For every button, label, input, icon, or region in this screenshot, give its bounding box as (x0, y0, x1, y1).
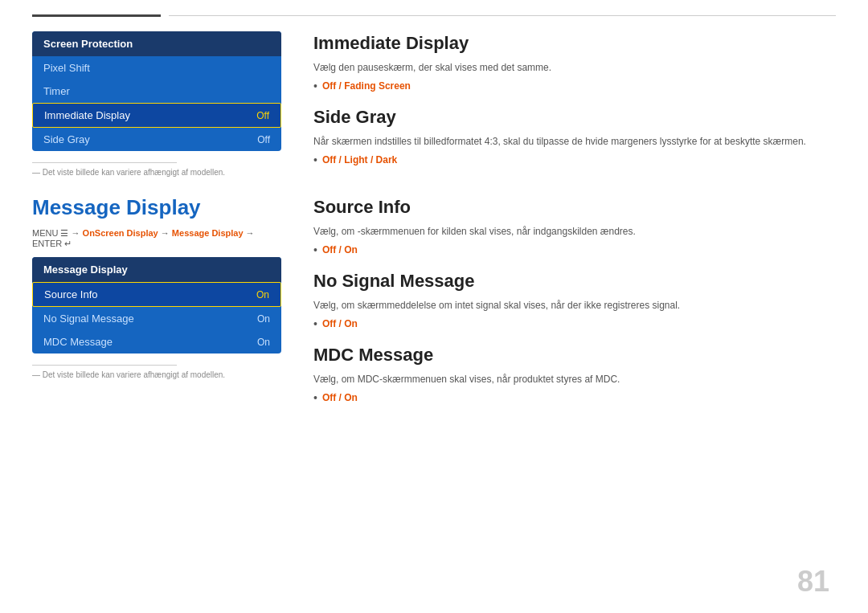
note-divider-2 (32, 365, 177, 366)
no-signal-option-text: Off / On (322, 318, 358, 329)
right-column: Immediate Display Vælg den pauseskærm, d… (313, 31, 836, 181)
bottom-section: Message Display MENU ☰ → OnScreen Displa… (0, 195, 868, 419)
side-gray-label: Side Gray (43, 133, 90, 145)
main-content: Screen Protection Pixel Shift Timer Imme… (0, 31, 868, 181)
immediate-display-option-text: Off / Fading Screen (322, 80, 411, 92)
mdc-message-section: MDC Message Vælg, om MDC-skærmmenuen ska… (313, 345, 836, 404)
note-divider (32, 162, 177, 163)
immediate-display-options: • Off / Fading Screen (313, 80, 836, 92)
mdc-message-title: MDC Message (313, 345, 836, 366)
menu-item-mdc-message[interactable]: MDC Message On (32, 330, 281, 353)
message-display-link[interactable]: Message Display (172, 228, 244, 238)
menu-path: MENU ☰ → OnScreen Display → Message Disp… (32, 228, 281, 249)
mdc-message-value: On (257, 337, 270, 348)
mdc-message-label: MDC Message (43, 336, 113, 348)
mdc-message-options: • Off / On (313, 391, 836, 404)
source-info-option-text: Off / On (322, 244, 358, 255)
left-column: Screen Protection Pixel Shift Timer Imme… (32, 31, 281, 181)
menu-item-source-info[interactable]: Source Info On (32, 282, 281, 307)
bottom-right-column: Source Info Vælg, om -skærmmenuen for ki… (313, 195, 836, 419)
source-info-options: • Off / On (313, 243, 836, 256)
menu-arrow1: → (72, 228, 83, 238)
message-display-title: Message Display (32, 195, 281, 220)
side-gray-title: Side Gray (313, 107, 836, 128)
no-signal-section: No Signal Message Vælg, om skærmmeddelel… (313, 271, 836, 330)
divider-light (169, 15, 836, 16)
pixel-shift-label: Pixel Shift (43, 62, 90, 74)
top-dividers (0, 0, 868, 17)
source-info-desc: Vælg, om -skærmmenuen for kilden skal vi… (313, 224, 836, 239)
divider-dark (32, 14, 161, 17)
message-display-menu: Message Display Source Info On No Signal… (32, 257, 281, 353)
menu-item-no-signal[interactable]: No Signal Message On (32, 307, 281, 330)
immediate-display-section: Immediate Display Vælg den pauseskærm, d… (313, 33, 836, 92)
side-gray-section: Side Gray Når skærmen indstilles til bil… (313, 107, 836, 166)
bullet-dot-3: • (313, 317, 317, 330)
screen-protection-header: Screen Protection (32, 31, 281, 56)
note-text: — Det viste billede kan variere afhængig… (32, 168, 281, 177)
bullet-dot-1: • (313, 153, 317, 166)
mdc-message-desc: Vælg, om MDC-skærmmenuen skal vises, når… (313, 372, 836, 386)
side-gray-desc: Når skærmen indstilles til billedformate… (313, 134, 836, 149)
timer-label: Timer (43, 85, 70, 97)
message-display-header: Message Display (32, 257, 281, 282)
source-info-value: On (256, 289, 269, 300)
no-signal-desc: Vælg, om skærmmeddelelse om intet signal… (313, 298, 836, 313)
menu-item-side-gray[interactable]: Side Gray Off (32, 128, 281, 151)
bullet-dot-2: • (313, 243, 317, 256)
no-signal-options: • Off / On (313, 317, 836, 330)
side-gray-option-text: Off / Light / Dark (322, 154, 397, 166)
immediate-display-label: Immediate Display (44, 109, 130, 121)
no-signal-label: No Signal Message (43, 313, 134, 325)
enter-icon: ↵ (64, 239, 72, 248)
immediate-display-value: Off (256, 110, 269, 121)
no-signal-value: On (257, 313, 270, 325)
screen-protection-menu: Screen Protection Pixel Shift Timer Imme… (32, 31, 281, 151)
immediate-display-desc: Vælg den pauseskærm, der skal vises med … (313, 60, 836, 75)
bottom-left-column: Message Display MENU ☰ → OnScreen Displa… (32, 195, 281, 419)
menu-item-pixel-shift[interactable]: Pixel Shift (32, 56, 281, 80)
source-info-section: Source Info Vælg, om -skærmmenuen for ki… (313, 197, 836, 256)
source-info-label: Source Info (44, 288, 98, 300)
menu-arrow2: → (161, 228, 172, 238)
page-container: Screen Protection Pixel Shift Timer Imme… (0, 0, 868, 613)
bullet-dot-0: • (313, 80, 317, 92)
menu-prefix: MENU (32, 228, 60, 238)
mdc-message-option-text: Off / On (322, 392, 358, 403)
menu-icon: ☰ (60, 228, 68, 238)
side-gray-options: • Off / Light / Dark (313, 153, 836, 166)
note-text-2: — Det viste billede kan variere afhængig… (32, 370, 281, 379)
bullet-dot-4: • (313, 391, 317, 404)
no-signal-title: No Signal Message (313, 271, 836, 292)
onscreen-display-link[interactable]: OnScreen Display (83, 228, 158, 238)
page-number: 81 (797, 565, 829, 599)
immediate-display-title: Immediate Display (313, 33, 836, 54)
menu-item-immediate-display[interactable]: Immediate Display Off (32, 103, 281, 128)
menu-item-timer[interactable]: Timer (32, 80, 281, 103)
source-info-title: Source Info (313, 197, 836, 218)
side-gray-value: Off (257, 134, 270, 145)
